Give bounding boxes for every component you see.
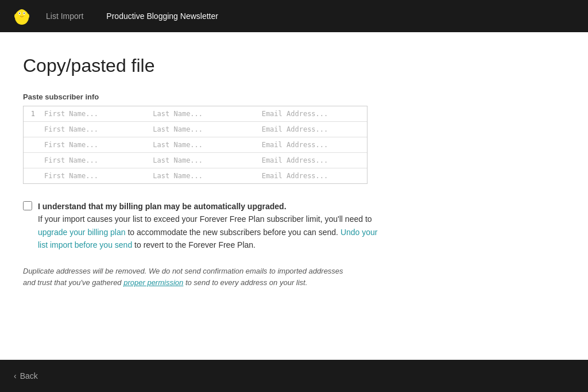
back-arrow-icon: ‹: [14, 371, 17, 381]
nav-newsletter[interactable]: Productive Blogging Newsletter: [106, 11, 218, 21]
cell-last-name: Last Name...: [149, 125, 258, 133]
cell-first-name: First Name...: [41, 172, 149, 180]
svg-point-4: [19, 13, 20, 14]
cell-first-name: First Name...: [41, 125, 149, 133]
upgrade-billing-link[interactable]: upgrade your billing plan: [38, 228, 126, 237]
header-nav: List Import Productive Blogging Newslett…: [46, 11, 218, 21]
billing-acknowledgement-text: I understand that my billing plan may be…: [38, 200, 379, 252]
logo: [11, 6, 32, 26]
footer: ‹ Back: [0, 360, 588, 392]
billing-acknowledgement-section: I understand that my billing plan may be…: [23, 200, 379, 252]
cell-last-name: Last Name...: [149, 141, 258, 149]
cell-first-name: First Name...: [41, 156, 149, 164]
back-button[interactable]: ‹ Back: [14, 371, 38, 381]
cell-last-name: Last Name...: [149, 172, 258, 180]
cell-email: Email Address...: [258, 172, 367, 180]
table-row: First Name... Last Name... Email Address…: [24, 153, 367, 168]
cell-first-name: First Name...: [41, 110, 149, 118]
table-row: 1 First Name... Last Name... Email Addre…: [24, 106, 367, 122]
cell-first-name: First Name...: [41, 141, 149, 149]
billing-checkbox[interactable]: [23, 201, 32, 210]
paste-section-label: Paste subscriber info: [23, 93, 379, 101]
cell-email: Email Address...: [258, 141, 367, 149]
table-row: First Name... Last Name... Email Address…: [24, 137, 367, 153]
checkbox-bold-label: I understand that my billing plan may be…: [38, 202, 287, 211]
cell-email: Email Address...: [258, 125, 367, 133]
svg-point-6: [14, 14, 18, 18]
back-label: Back: [20, 371, 38, 381]
cell-last-name: Last Name...: [149, 110, 258, 118]
svg-point-7: [26, 14, 29, 18]
checkbox-text-part2: to accommodate the new subscribers befor…: [126, 228, 341, 237]
table-row: First Name... Last Name... Email Address…: [24, 168, 367, 183]
main-content: Copy/pasted file Paste subscriber info 1…: [0, 32, 402, 360]
svg-point-1: [17, 9, 26, 20]
checkbox-text-part1: If your import causes your list to excee…: [38, 214, 372, 224]
disclaimer-text-2: to send to every address on your list.: [183, 278, 307, 287]
svg-point-5: [24, 13, 25, 14]
checkbox-text-part3: to revert to the Forever Free Plan.: [132, 240, 256, 249]
header: List Import Productive Blogging Newslett…: [0, 0, 588, 32]
paste-table[interactable]: 1 First Name... Last Name... Email Addre…: [23, 106, 368, 184]
cell-last-name: Last Name...: [149, 156, 258, 164]
table-row: First Name... Last Name... Email Address…: [24, 122, 367, 137]
proper-permission-link[interactable]: proper permission: [123, 278, 183, 287]
row-number: 1: [24, 110, 41, 118]
cell-email: Email Address...: [258, 156, 367, 164]
billing-checkbox-wrapper[interactable]: [23, 201, 32, 212]
disclaimer: Duplicate addresses will be removed. We …: [23, 266, 345, 290]
page-title: Copy/pasted file: [23, 55, 379, 76]
nav-list-import[interactable]: List Import: [46, 11, 83, 21]
cell-email: Email Address...: [258, 110, 367, 118]
